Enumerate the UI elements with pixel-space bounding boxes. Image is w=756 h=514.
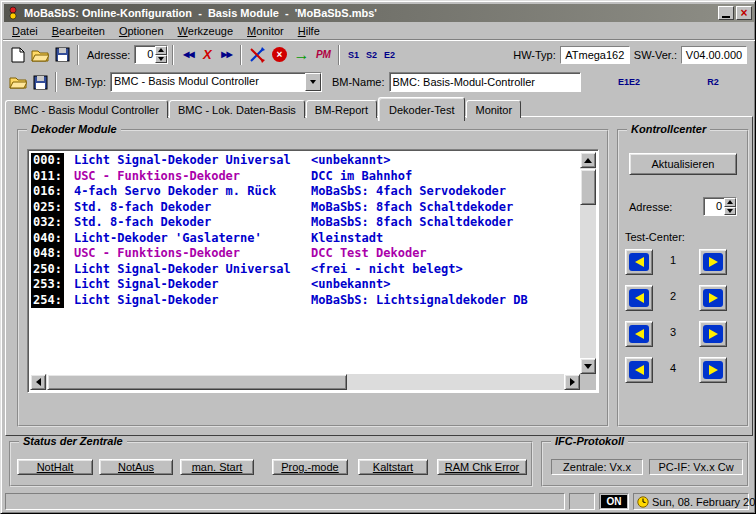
send-s1-button[interactable]: S1 [344, 44, 362, 66]
test-center-row3-left-button[interactable] [625, 321, 653, 347]
aktualisieren-button[interactable]: Aktualisieren [629, 153, 737, 175]
sync-icon [249, 47, 265, 63]
send-e2-button[interactable]: E2 [380, 44, 398, 66]
dekoder-list[interactable]: 000:Licht Signal-Dekoder Universal<unbek… [27, 149, 599, 393]
open-file-button[interactable] [29, 44, 51, 66]
test-center-row1-right-button[interactable] [699, 249, 727, 275]
adresse-value: 0 [135, 46, 155, 63]
status-notaus[interactable]: NotAus [99, 459, 173, 475]
scroll-left-button[interactable] [30, 374, 46, 390]
status-kaltstart[interactable]: Kaltstart [358, 459, 428, 475]
status-ram-chk-error[interactable]: RAM Chk Error [437, 459, 527, 475]
next-icon: ▶▶ [221, 50, 231, 59]
close-button[interactable]: × [736, 6, 752, 20]
tab-monitor[interactable]: Monitor [466, 100, 521, 118]
hw-typ-label: HW-Typ: [513, 49, 556, 61]
table-row[interactable]: 040:Licht-Dekoder 'Gaslaterne'Kleinstadt [31, 231, 579, 247]
test-center-row2-left-button[interactable] [625, 285, 653, 311]
bm-name-input[interactable] [389, 72, 581, 92]
menu-werkzeuge[interactable]: Werkzeuge [171, 24, 240, 38]
delete-module-button[interactable]: X [198, 44, 216, 66]
vertical-scroll-thumb[interactable] [580, 169, 596, 205]
s2-icon: S2 [366, 50, 377, 60]
save-file-icon [55, 47, 70, 62]
scrollbar-corner [580, 374, 596, 390]
status-label: NotAus [118, 461, 154, 473]
status-prog-mode[interactable]: Prog.-mode [272, 459, 348, 475]
minimize-button[interactable] [718, 6, 734, 20]
scroll-right-button[interactable] [564, 374, 580, 390]
menu-optionen[interactable]: Optionen [112, 24, 171, 38]
bm-name-label: BM-Name: [332, 76, 385, 88]
tab-dekoder-test[interactable]: Dekoder-Test [378, 97, 465, 121]
table-row[interactable]: 254:Licht Signal-DekoderMoBaSbS: Lichtsi… [31, 293, 579, 309]
close-icon: × [740, 8, 747, 18]
table-row[interactable]: 032:Std. 8-fach DekoderMoBaSbS: 8fach Sc… [31, 215, 579, 231]
ifc-pcif-text: PC-IF: Vx.x Cw [658, 461, 733, 473]
kc-adresse-spinner[interactable]: 0 [703, 197, 737, 216]
decoder-info: DCC im Bahnhof [311, 169, 412, 185]
save-module-button[interactable] [29, 71, 51, 93]
table-row[interactable]: 011:USC - Funktions-DekoderDCC im Bahnho… [31, 169, 579, 185]
titlebar[interactable]: MoBaSbS: Online-Konfiguration - Basis Mo… [4, 4, 754, 22]
prev-module-button[interactable]: ◀◀ [178, 44, 198, 66]
send-s2-button[interactable]: S2 [362, 44, 380, 66]
menu-datei[interactable]: Datei [5, 24, 45, 38]
test-center-row1-left-button[interactable] [625, 249, 653, 275]
ifc-zentrale-text: Zentrale: Vx.x [563, 461, 631, 473]
stop-button[interactable]: × [268, 44, 290, 66]
bm-typ-select[interactable]: BMC - Basis Modul Controller [110, 72, 322, 92]
dropdown-button[interactable] [305, 73, 321, 91]
scroll-up-button[interactable] [580, 152, 596, 168]
horizontal-scrollbar[interactable] [30, 374, 580, 390]
decoder-address: 011: [31, 169, 64, 185]
decoder-address: 254: [31, 293, 64, 309]
spin-up-button[interactable] [724, 198, 736, 207]
adresse-label: Adresse: [87, 49, 130, 61]
menu-bearbeiten[interactable]: Bearbeiten [45, 24, 112, 38]
arrow-left-blue-icon [629, 289, 649, 307]
read-module-button[interactable]: E1E2 [615, 71, 643, 93]
open-file-icon [31, 48, 49, 62]
horizontal-scroll-thumb[interactable] [47, 374, 347, 390]
menu-monitor[interactable]: Monitor [240, 24, 291, 38]
table-row[interactable]: 016:4-fach Servo Dekoder m. RückMoBaSbS:… [31, 184, 579, 200]
adresse-spinner[interactable]: 0 [134, 45, 168, 64]
sync-button[interactable] [246, 44, 268, 66]
test-center-row3-right-button[interactable] [699, 321, 727, 347]
tab-bm-report[interactable]: BM-Report [306, 100, 377, 118]
save-file-button[interactable] [51, 44, 73, 66]
test-center-row2-right-button[interactable] [699, 285, 727, 311]
table-row[interactable]: 048:USC - Funktions-DekoderDCC Test Deko… [31, 246, 579, 262]
decoder-info: Kleinstadt [311, 231, 383, 247]
table-row[interactable]: 000:Licht Signal-Dekoder Universal<unbek… [31, 153, 579, 169]
test-center-row4-left-button[interactable] [625, 357, 653, 383]
spinner-buttons [724, 198, 736, 215]
menu-hilfe[interactable]: Hilfe [291, 24, 327, 38]
status-nothalt[interactable]: NotHalt [17, 459, 93, 475]
table-row[interactable]: 253:Licht Signal-Dekoder<unbekannt> [31, 277, 579, 293]
status-man-start[interactable]: man. Start [180, 459, 254, 475]
dekoder-list-rows: 000:Licht Signal-Dekoder Universal<unbek… [31, 153, 579, 373]
scroll-down-button[interactable] [580, 358, 596, 374]
spin-down-button[interactable] [724, 207, 736, 216]
next-module-button[interactable]: ▶▶ [216, 44, 236, 66]
decoder-name: Licht Signal-Dekoder Universal [74, 153, 291, 167]
go-button[interactable]: → [290, 44, 312, 66]
tab-bmc-basis-modul-controller[interactable]: BMC - Basis Modul Controller [5, 100, 168, 118]
menubar: Datei Bearbeiten Optionen Werkzeuge Moni… [5, 23, 753, 39]
reset-module-button[interactable]: R2 [699, 71, 727, 93]
table-row[interactable]: 250:Licht Signal-Dekoder Universal<frei … [31, 262, 579, 278]
spin-down-button[interactable] [155, 55, 167, 64]
prog-mode-button[interactable]: PM [312, 44, 334, 66]
new-file-button[interactable] [7, 44, 29, 66]
tab-bmc-lok-daten-basis[interactable]: BMC - Lok. Daten-Basis [169, 100, 305, 118]
arrow-right-blue-icon [703, 253, 723, 271]
test-center-row4-right-button[interactable] [699, 357, 727, 383]
table-row[interactable]: 025:Std. 8-fach DekoderMoBaSbS: 8fach Sc… [31, 200, 579, 216]
kc-adresse-label: Adresse: [629, 201, 672, 213]
s1-icon: S1 [348, 50, 359, 60]
open-module-button[interactable] [7, 71, 29, 93]
spin-up-button[interactable] [155, 46, 167, 55]
vertical-scrollbar[interactable] [580, 152, 596, 374]
